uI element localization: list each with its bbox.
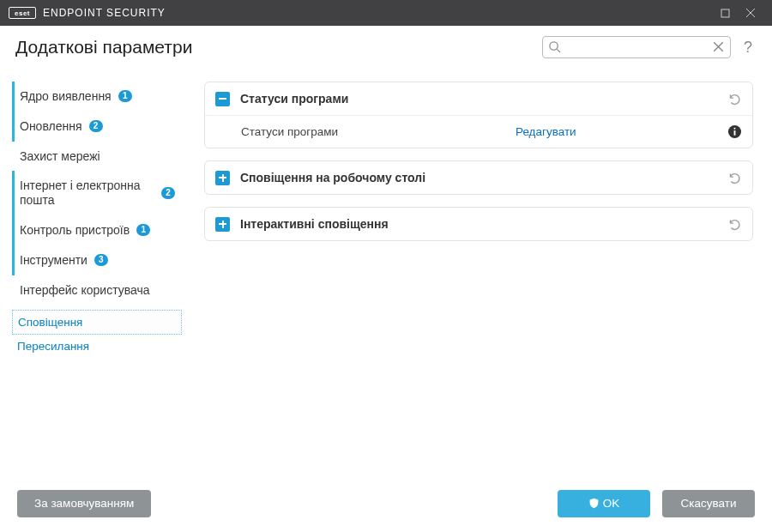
ok-label: OK bbox=[603, 497, 620, 510]
badge: 2 bbox=[89, 120, 103, 132]
sidebar-item-label: Інтернет і електронна пошта bbox=[20, 178, 154, 208]
sidebar-item-label: Оновлення bbox=[20, 119, 82, 134]
header: Додаткові параметри ? bbox=[0, 26, 772, 66]
badge: 3 bbox=[94, 254, 108, 266]
product-name: ENDPOINT SECURITY bbox=[43, 7, 166, 19]
ok-button[interactable]: OK bbox=[558, 490, 650, 517]
sidebar-item-label: Інструменти bbox=[20, 253, 87, 268]
sidebar-item-network-protection[interactable]: Захист мережі bbox=[12, 142, 182, 172]
sidebar-item-label: Контроль пристроїв bbox=[20, 223, 130, 238]
panel-title: Статуси програми bbox=[240, 92, 727, 106]
maximize-button[interactable] bbox=[712, 0, 738, 26]
shield-icon bbox=[588, 498, 600, 509]
help-button[interactable]: ? bbox=[739, 39, 757, 57]
maximize-icon bbox=[721, 9, 730, 18]
panel-header[interactable]: Статуси програми bbox=[205, 82, 752, 115]
sidebar-item-tools[interactable]: Інструменти 3 bbox=[12, 245, 182, 275]
expand-icon bbox=[215, 217, 230, 232]
sidebar-item-label: Інтерфейс користувача bbox=[20, 283, 150, 298]
page-title: Додаткові параметри bbox=[15, 37, 542, 57]
badge: 1 bbox=[136, 224, 150, 236]
expand-icon bbox=[215, 171, 230, 185]
revert-icon[interactable] bbox=[727, 216, 742, 232]
svg-rect-8 bbox=[734, 130, 736, 136]
sidebar-item-update[interactable]: Оновлення 2 bbox=[12, 112, 182, 142]
panel-desktop-notifications: Сповіщення на робочому столі bbox=[204, 160, 753, 195]
brand-logo: eset bbox=[9, 7, 36, 19]
footer: За замовчуванням OK Скасувати bbox=[0, 484, 772, 532]
content-area: Статуси програми Статуси програми Редагу… bbox=[189, 66, 772, 484]
revert-icon[interactable] bbox=[727, 91, 742, 106]
svg-rect-0 bbox=[721, 9, 729, 17]
close-button[interactable] bbox=[738, 0, 763, 26]
sidebar-item-user-interface[interactable]: Інтерфейс користувача bbox=[12, 275, 182, 305]
edit-link[interactable]: Редагувати bbox=[516, 125, 727, 138]
panel-row: Статуси програми Редагувати bbox=[205, 115, 752, 148]
panel-title: Сповіщення на робочому столі bbox=[240, 171, 727, 184]
sidebar-item-label: Захист мережі bbox=[20, 149, 100, 164]
svg-point-3 bbox=[550, 42, 558, 50]
svg-point-9 bbox=[733, 128, 735, 130]
panel-header[interactable]: Інтерактивні сповіщення bbox=[205, 208, 752, 240]
sidebar-item-device-control[interactable]: Контроль пристроїв 1 bbox=[12, 215, 182, 245]
panel-app-statuses: Статуси програми Статуси програми Редагу… bbox=[204, 82, 753, 148]
sidebar-subitem-forwarding[interactable]: Пересилання bbox=[12, 335, 182, 358]
titlebar: eset ENDPOINT SECURITY bbox=[0, 0, 772, 26]
panel-interactive-alerts: Інтерактивні сповіщення bbox=[204, 207, 753, 241]
row-label: Статуси програми bbox=[241, 125, 516, 138]
search-icon bbox=[548, 40, 561, 53]
panel-title: Інтерактивні сповіщення bbox=[240, 217, 727, 231]
revert-icon[interactable] bbox=[727, 170, 742, 185]
sidebar: Ядро виявлення 1 Оновлення 2 Захист мере… bbox=[0, 66, 189, 484]
sidebar-subitem-notifications[interactable]: Сповіщення bbox=[12, 310, 182, 335]
badge: 1 bbox=[118, 90, 132, 102]
search-wrapper bbox=[542, 36, 731, 58]
svg-line-4 bbox=[557, 49, 560, 52]
cancel-button[interactable]: Скасувати bbox=[662, 490, 755, 517]
clear-search-icon[interactable] bbox=[711, 39, 726, 54]
collapse-icon bbox=[215, 92, 230, 106]
search-input[interactable] bbox=[542, 36, 731, 58]
badge: 2 bbox=[161, 187, 175, 199]
close-icon bbox=[745, 8, 756, 18]
defaults-button[interactable]: За замовчуванням bbox=[17, 490, 151, 517]
panel-header[interactable]: Сповіщення на робочому столі bbox=[205, 161, 752, 194]
sidebar-item-web-email[interactable]: Інтернет і електронна пошта 2 bbox=[12, 171, 182, 215]
sidebar-item-label: Ядро виявлення bbox=[20, 89, 112, 104]
sidebar-item-detection-engine[interactable]: Ядро виявлення 1 bbox=[12, 82, 182, 112]
info-icon[interactable] bbox=[727, 124, 742, 139]
